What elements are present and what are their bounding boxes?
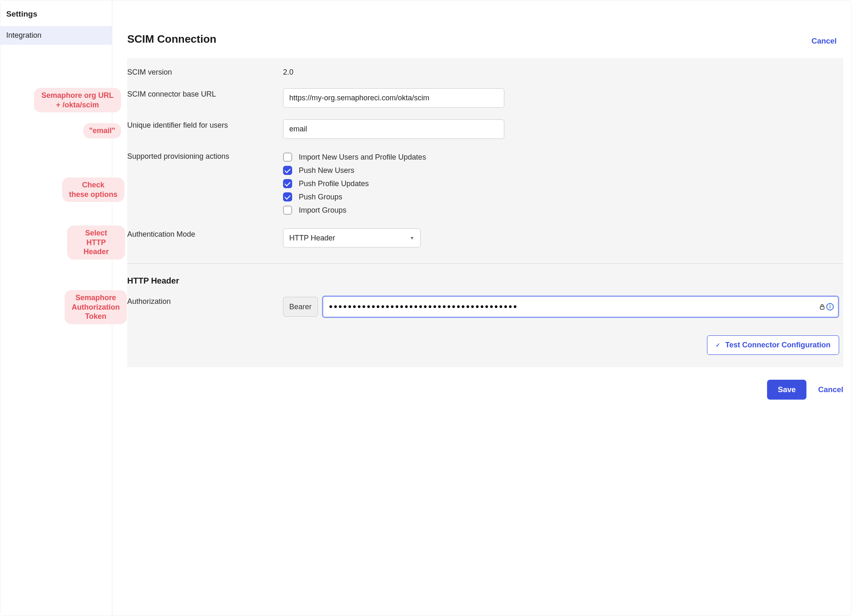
scim-form: SCIM version 2.0 SCIM connector base URL… — [127, 58, 843, 367]
sidebar-title: Settings — [0, 0, 112, 26]
chevron-down-icon: ▼ — [410, 235, 414, 240]
label-authorization: Authorization — [127, 296, 283, 306]
token-icons: i — [819, 303, 837, 310]
checkbox[interactable] — [283, 153, 292, 162]
authorization-token-input[interactable] — [324, 298, 819, 316]
label-base-url: SCIM connector base URL — [127, 88, 283, 99]
provisioning-option: Import New Users and Profile Updates — [283, 150, 839, 164]
checkbox-label: Import Groups — [299, 206, 346, 215]
auth-mode-select[interactable]: HTTP Header ▼ — [283, 228, 421, 247]
row-base-url: SCIM connector base URL — [127, 82, 843, 114]
auth-mode-value: HTTP Header — [289, 234, 410, 243]
row-provisioning: Supported provisioning actions Import Ne… — [127, 145, 843, 223]
checkbox[interactable] — [283, 166, 292, 175]
checkbox-label: Import New Users and Profile Updates — [299, 153, 426, 162]
page-title: SCIM Connection — [127, 33, 216, 46]
checkbox-label: Push New Users — [299, 166, 354, 175]
http-header-title: HTTP Header — [127, 264, 843, 290]
row-authorization: Authorization Bearer i — [127, 290, 843, 324]
provisioning-option: Import Groups — [283, 204, 839, 217]
provisioning-list: Import New Users and Profile UpdatesPush… — [283, 150, 843, 217]
cancel-top-button[interactable]: Cancel — [811, 36, 837, 46]
token-field-wrapper: i — [322, 296, 839, 318]
uid-input[interactable] — [283, 119, 504, 139]
checkbox[interactable] — [283, 206, 292, 215]
base-url-input[interactable] — [283, 88, 504, 108]
label-provisioning: Supported provisioning actions — [127, 150, 283, 161]
label-scim-version: SCIM version — [127, 66, 283, 77]
checkbox[interactable] — [283, 179, 292, 188]
checkbox-label: Push Profile Updates — [299, 179, 369, 188]
value-scim-version: 2.0 — [283, 66, 843, 77]
page-header: SCIM Connection Cancel — [112, 0, 852, 58]
save-button[interactable]: Save — [767, 380, 806, 400]
svg-rect-0 — [820, 306, 824, 309]
lock-icon — [819, 303, 825, 310]
checkbox-label: Push Groups — [299, 193, 342, 201]
sidebar-item-integration[interactable]: Integration — [0, 26, 112, 45]
row-uid: Unique identifier field for users — [127, 114, 843, 145]
test-row: ✓ Test Connector Configuration — [127, 324, 843, 355]
test-connector-label: Test Connector Configuration — [725, 341, 830, 349]
label-uid: Unique identifier field for users — [127, 119, 283, 130]
test-connector-button[interactable]: ✓ Test Connector Configuration — [707, 335, 839, 355]
row-scim-version: SCIM version 2.0 — [127, 58, 843, 82]
row-auth-mode: Authentication Mode HTTP Header ▼ — [127, 223, 843, 253]
callout-base-url: Semaphore org URL + /okta/scim — [34, 88, 121, 112]
provisioning-option: Push Profile Updates — [283, 177, 839, 190]
provisioning-option: Push Groups — [283, 190, 839, 204]
cancel-bottom-button[interactable]: Cancel — [818, 385, 843, 394]
main-content: SCIM Connection Cancel SCIM version 2.0 … — [112, 0, 852, 616]
provisioning-option: Push New Users — [283, 164, 839, 177]
settings-sidebar: Settings Integration Semaphore org URL +… — [0, 0, 112, 616]
bearer-prefix: Bearer — [283, 297, 318, 317]
info-icon: i — [826, 303, 834, 310]
footer-actions: Save Cancel — [127, 380, 843, 400]
app-frame: Settings Integration Semaphore org URL +… — [0, 0, 852, 616]
label-auth-mode: Authentication Mode — [127, 228, 283, 239]
check-icon: ✓ — [716, 342, 720, 348]
checkbox[interactable] — [283, 192, 292, 201]
